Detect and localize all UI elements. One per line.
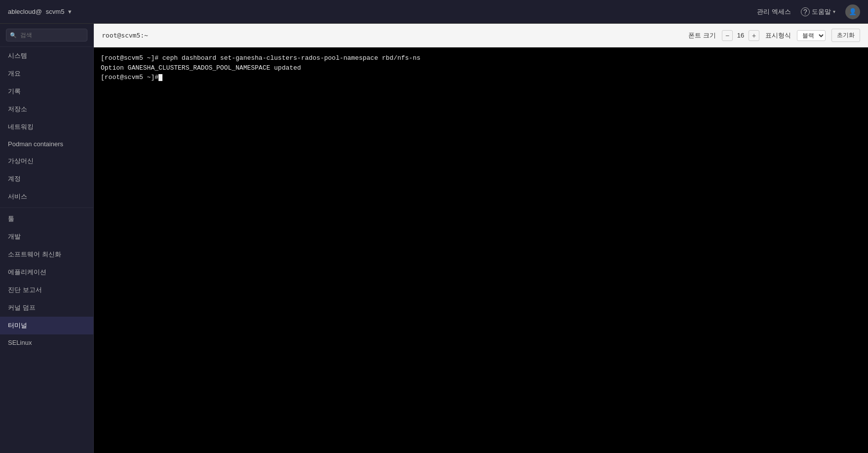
search-icon: 🔍 <box>10 32 17 39</box>
sidebar-item-overview[interactable]: 개요 <box>0 65 93 82</box>
sidebar-item-label: 개발 <box>8 233 21 240</box>
font-increase-button[interactable]: + <box>749 30 759 41</box>
top-header: ablecloud@ scvm5 ▾ 관리 엑세스 ? 도움말 ▾ 👤 <box>0 0 868 24</box>
sidebar-item-label: 저장소 <box>8 105 27 113</box>
content-area: root@scvm5:~ 폰트 크기 − 16 + 표시형식 블랙 초기화 <box>94 24 868 453</box>
terminal-line-0: [root@scvm5 ~]# ceph dashboard set-ganes… <box>101 53 861 63</box>
help-arrow: ▾ <box>833 9 835 14</box>
sidebar-item-label: 서비스 <box>8 193 27 200</box>
font-size-value: 16 <box>736 32 746 39</box>
terminal-prompt-label: root@scvm5:~ <box>102 32 148 39</box>
help-button[interactable]: ? 도움말 ▾ <box>801 7 835 16</box>
sidebar-item-tools[interactable]: 툴 <box>0 210 93 228</box>
sidebar-item-label: 시스템 <box>8 52 27 59</box>
terminal-toolbar: root@scvm5:~ 폰트 크기 − 16 + 표시형식 블랙 초기화 <box>94 24 868 47</box>
reset-label: 초기화 <box>837 32 855 39</box>
terminal-command-text: [root@scvm5 ~]# ceph dashboard set-ganes… <box>101 54 421 62</box>
sidebar-item-services[interactable]: 서비스 <box>0 188 93 206</box>
header-right: 관리 엑세스 ? 도움말 ▾ 👤 <box>757 4 860 19</box>
header-dropdown-arrow[interactable]: ▾ <box>68 8 72 15</box>
sidebar-item-label: 진단 보고서 <box>8 286 42 293</box>
username-label: ablecloud@ <box>8 8 42 15</box>
terminal-line-1: Option GANESHA_CLUSTERS_RADOS_POOL_NAMES… <box>101 63 861 73</box>
sidebar-item-vm[interactable]: 가상머신 <box>0 152 93 170</box>
terminal-line-2: [root@scvm5 ~]# <box>101 73 861 82</box>
sidebar-item-networking[interactable]: 네트워킹 <box>0 118 93 136</box>
sidebar-divider <box>0 207 93 208</box>
search-input[interactable] <box>6 29 87 41</box>
sidebar-item-label: 개요 <box>8 70 21 77</box>
terminal-body[interactable]: [root@scvm5 ~]# ceph dashboard set-ganes… <box>94 47 868 453</box>
sidebar-item-selinux[interactable]: SELinux <box>0 334 93 351</box>
sidebar-item-diagnostic[interactable]: 진단 보고서 <box>0 281 93 299</box>
sidebar-item-storage[interactable]: 저장소 <box>0 100 93 118</box>
sidebar-item-terminal[interactable]: 터미널 <box>0 317 93 334</box>
toolbar-controls: 폰트 크기 − 16 + 표시형식 블랙 초기화 <box>688 29 860 42</box>
user-avatar[interactable]: 👤 <box>845 4 860 19</box>
admin-access-label[interactable]: 관리 엑세스 <box>757 7 791 16</box>
avatar-icon: 👤 <box>849 8 857 15</box>
sidebar-item-label: 터미널 <box>8 322 27 329</box>
sidebar-item-kernel-dump[interactable]: 커널 덤프 <box>0 299 93 317</box>
sidebar-item-label: 네트워킹 <box>8 123 34 130</box>
terminal-prompt-text: [root@scvm5 ~]# <box>101 74 158 81</box>
sidebar-search-area: 🔍 <box>0 24 93 47</box>
sidebar-item-label: 가상머신 <box>8 157 34 165</box>
sidebar-item-label: 계정 <box>8 175 21 182</box>
sidebar-item-accounts[interactable]: 계정 <box>0 170 93 188</box>
terminal-output-text: Option GANESHA_CLUSTERS_RADOS_POOL_NAMES… <box>101 64 301 72</box>
main-layout: 🔍 시스템 개요 기록 저장소 네트워킹 Podman containers 가… <box>0 24 868 453</box>
sidebar-item-logs[interactable]: 기록 <box>0 82 93 100</box>
sidebar-item-label: 소프트웨어 최신화 <box>8 250 61 258</box>
sidebar-item-dev[interactable]: 개발 <box>0 228 93 246</box>
header-user-info: ablecloud@ scvm5 ▾ <box>8 8 72 15</box>
help-icon: ? <box>801 7 810 16</box>
server-label: scvm5 <box>46 8 65 15</box>
reset-button[interactable]: 초기화 <box>831 29 860 42</box>
help-label: 도움말 <box>812 7 831 16</box>
sidebar-item-applications[interactable]: 에플리케이션 <box>0 263 93 281</box>
sidebar-item-label: 툴 <box>8 215 14 222</box>
sidebar-item-podman[interactable]: Podman containers <box>0 136 93 152</box>
terminal-cursor <box>158 74 162 81</box>
sidebar-item-label: 기록 <box>8 87 21 95</box>
sidebar-item-label: 에플리케이션 <box>8 268 46 276</box>
font-size-label: 폰트 크기 <box>688 31 716 40</box>
sidebar-item-system[interactable]: 시스템 <box>0 47 93 65</box>
terminal-host: root@scvm5:~ <box>102 32 148 39</box>
sidebar-item-label: 커널 덤프 <box>8 304 36 311</box>
sidebar-item-software-update[interactable]: 소프트웨어 최신화 <box>0 246 93 263</box>
sidebar-item-label: SELinux <box>8 339 32 346</box>
theme-select[interactable]: 블랙 <box>797 30 826 41</box>
theme-select-wrap: 블랙 <box>797 30 826 41</box>
font-decrease-button[interactable]: − <box>722 30 733 41</box>
sidebar: 🔍 시스템 개요 기록 저장소 네트워킹 Podman containers 가… <box>0 24 94 453</box>
font-size-controls: − 16 + <box>722 30 759 41</box>
sidebar-item-label: Podman containers <box>8 140 63 148</box>
display-format-label: 표시형식 <box>765 31 791 40</box>
